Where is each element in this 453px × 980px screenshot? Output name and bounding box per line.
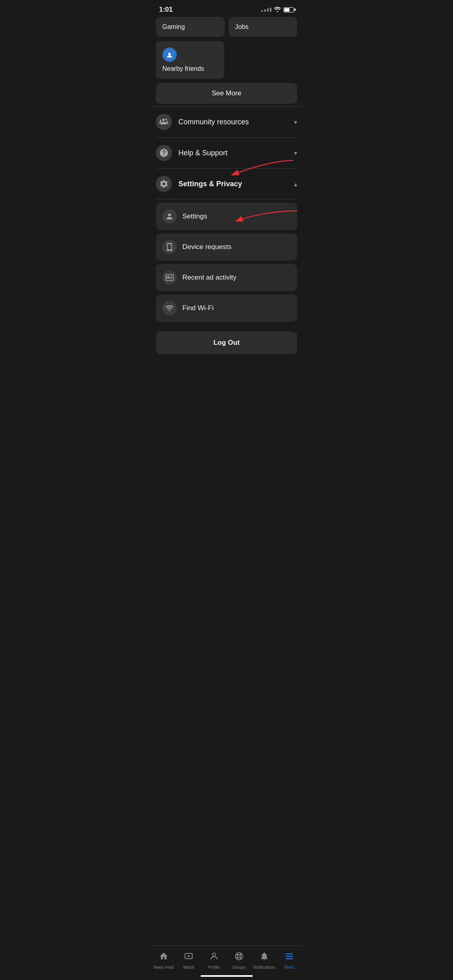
status-icons — [261, 6, 294, 13]
nearby-friends-icon — [162, 47, 177, 62]
device-requests-icon — [162, 240, 177, 254]
list-section: Community resources ▾ Help & Support ▾ — [156, 107, 297, 328]
see-more-button[interactable]: See More — [156, 83, 297, 104]
jobs-label: Jobs — [235, 23, 249, 30]
status-bar: 1:01 — [151, 0, 302, 17]
community-resources-chevron: ▾ — [294, 118, 297, 126]
main-content: Gaming Jobs Nearby friends See More — [151, 17, 302, 357]
status-time: 1:01 — [159, 6, 173, 14]
device-requests-subitem[interactable]: Device requests — [156, 233, 297, 261]
settings-privacy-label: Settings & Privacy — [178, 180, 242, 188]
community-resources-item[interactable]: Community resources ▾ — [156, 107, 297, 138]
recent-ad-activity-label: Recent ad activity — [182, 274, 236, 282]
wifi-icon — [274, 6, 281, 13]
battery-icon — [283, 7, 294, 12]
nearby-friends-label: Nearby friends — [162, 65, 218, 72]
settings-privacy-icon — [156, 176, 172, 192]
help-support-chevron: ▾ — [294, 149, 297, 157]
help-support-icon — [156, 145, 172, 161]
community-resources-icon — [156, 114, 172, 130]
svg-point-1 — [168, 53, 171, 55]
settings-privacy-chevron: ▴ — [294, 180, 297, 188]
settings-privacy-subitems: Settings — [156, 200, 297, 328]
logout-button[interactable]: Log Out — [156, 331, 297, 354]
find-wifi-icon — [162, 301, 177, 315]
grid-section: Gaming Jobs — [156, 17, 297, 37]
page-wrapper: 1:01 Gaming Jobs — [151, 0, 302, 357]
help-support-label: Help & Support — [178, 149, 228, 157]
help-support-item[interactable]: Help & Support ▾ — [156, 138, 297, 169]
community-resources-label: Community resources — [178, 118, 249, 126]
device-requests-label: Device requests — [182, 243, 232, 251]
find-wifi-label: Find Wi-Fi — [182, 304, 213, 312]
settings-privacy-item[interactable]: Settings & Privacy ▴ — [156, 169, 297, 200]
gaming-label: Gaming — [162, 23, 185, 30]
recent-ad-activity-subitem[interactable]: Recent ad activity — [156, 264, 297, 291]
find-wifi-subitem[interactable]: Find Wi-Fi — [156, 294, 297, 322]
recent-ad-activity-icon — [162, 270, 177, 285]
gaming-item[interactable]: Gaming — [156, 17, 225, 37]
settings-subitem-icon — [162, 209, 177, 224]
nearby-friends-item[interactable]: Nearby friends — [156, 41, 224, 79]
settings-subitem[interactable]: Settings — [156, 203, 297, 230]
arrow-annotation-2 — [201, 207, 301, 227]
jobs-item[interactable]: Jobs — [229, 17, 298, 37]
settings-subitem-label: Settings — [182, 212, 207, 220]
signal-icon — [261, 8, 271, 12]
